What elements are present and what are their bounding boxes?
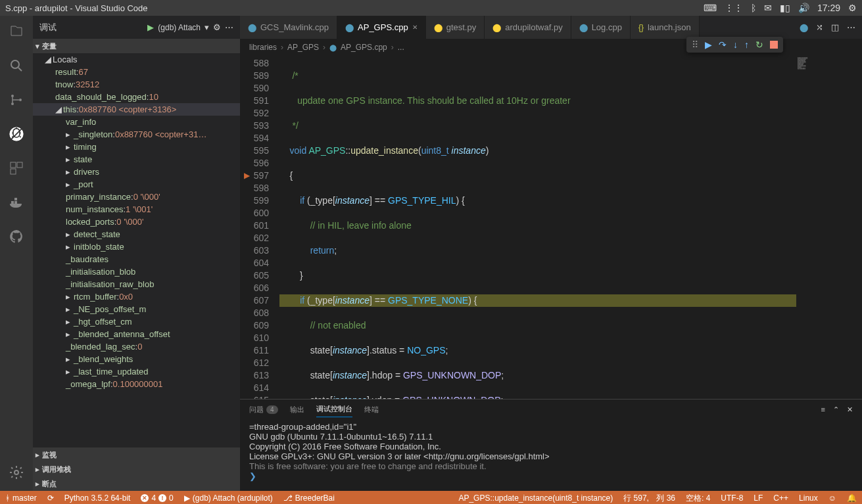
clock[interactable]: 17:29 xyxy=(817,3,840,13)
more-icon[interactable]: ⋯ xyxy=(847,22,855,32)
tab-waf[interactable]: ⬤ardupilotwaf.py xyxy=(485,16,571,39)
settings-gear-icon[interactable] xyxy=(6,462,27,483)
var-last-time[interactable]: ▸_last_time_updated xyxy=(33,365,240,378)
var-port[interactable]: ▸_port xyxy=(33,178,240,191)
callstack-section[interactable]: ▸调用堆栈 xyxy=(33,462,240,476)
restart-button[interactable]: ↻ xyxy=(755,39,763,50)
sb-os[interactable]: Linux xyxy=(794,493,823,504)
sb-github[interactable]: ⎇ BreederBai xyxy=(278,493,340,503)
var-this[interactable]: ◢this: 0x887760 <copter+3136> xyxy=(33,103,240,116)
breakpoint-icon[interactable]: ▶ xyxy=(244,170,250,182)
panel-tabs: 问题4 输出 调试控制台 终端 ≡ ⌃ ✕ xyxy=(240,400,862,419)
variables-section[interactable]: ▾变量 xyxy=(33,39,240,53)
tab-ap-gps[interactable]: ⬤AP_GPS.cpp✕ xyxy=(337,16,426,39)
debug-icon[interactable] xyxy=(6,124,27,145)
var-drivers[interactable]: ▸drivers xyxy=(33,166,240,178)
sb-line-col[interactable]: 行 597, 列 36 xyxy=(618,493,681,504)
var-primary[interactable]: primary_instance: 0 '\000' xyxy=(33,191,240,203)
step-into-button[interactable]: ↓ xyxy=(733,39,738,50)
start-debug-button[interactable]: ▶ xyxy=(147,22,154,32)
sb-feedback[interactable]: ☺ xyxy=(823,493,842,504)
var-timing[interactable]: ▸timing xyxy=(33,141,240,153)
var-rtcm[interactable]: ▸rtcm_buffer: 0x0 xyxy=(33,290,240,303)
line-gutter[interactable]: 588589590591592593594595596 ▶597 5985996… xyxy=(240,56,279,399)
sb-branch[interactable]: ᚼ master xyxy=(0,493,42,503)
cpp-icon[interactable]: ⬤ xyxy=(800,23,808,32)
var-lag-sec[interactable]: _blended_lag_sec: 0 xyxy=(33,340,240,353)
debug-settings-icon[interactable]: ⚙ xyxy=(213,22,221,32)
github-icon[interactable] xyxy=(6,226,27,247)
var-locked[interactable]: locked_ports: 0 '\000' xyxy=(33,216,240,228)
var-detect[interactable]: ▸detect_state xyxy=(33,228,240,241)
source-control-icon[interactable] xyxy=(6,89,27,110)
sb-lang[interactable]: C++ xyxy=(768,493,794,504)
explorer-icon[interactable] xyxy=(6,21,27,42)
var-state[interactable]: ▸state xyxy=(33,153,240,166)
volume-icon[interactable]: 🔊 xyxy=(798,3,809,13)
step-out-button[interactable]: ↑ xyxy=(744,39,749,50)
var-var-info[interactable]: var_info xyxy=(33,116,240,128)
breakpoints-section[interactable]: ▸断点 xyxy=(33,476,240,491)
terminal-tab[interactable]: 终端 xyxy=(364,402,379,417)
sb-context[interactable]: AP_GPS::update_instance(uint8_t instance… xyxy=(453,493,618,504)
settings-icon[interactable]: ⚙ xyxy=(848,3,857,13)
panel-collapse-icon[interactable]: ⌃ xyxy=(833,405,839,414)
tab-gcs-mavlink[interactable]: ⬤GCS_Mavlink.cpp xyxy=(240,16,337,39)
bluetooth-icon[interactable]: ᛒ xyxy=(751,3,756,13)
sb-spaces[interactable]: 空格: 4 xyxy=(681,493,715,504)
var-initblob[interactable]: ▸initblob_state xyxy=(33,241,240,253)
output-tab[interactable]: 输出 xyxy=(290,402,304,417)
mail-icon[interactable]: ✉ xyxy=(764,3,772,13)
stop-button[interactable] xyxy=(770,41,778,49)
wifi-icon[interactable]: ⋮⋮ xyxy=(725,3,743,13)
docker-icon[interactable] xyxy=(6,192,27,213)
sb-errors[interactable]: ✕4 !0 xyxy=(135,493,178,503)
sb-eol[interactable]: LF xyxy=(748,493,768,504)
sb-encoding[interactable]: UTF-8 xyxy=(715,493,748,504)
var-ne-pos[interactable]: ▸_NE_pos_offset_m xyxy=(33,303,240,315)
var-data-should[interactable]: data_should_be_logged: 10 xyxy=(33,91,240,103)
debug-console-body[interactable]: =thread-group-added,id="i1" GNU gdb (Ubu… xyxy=(240,419,862,491)
watch-section[interactable]: ▸监视 xyxy=(33,447,240,462)
chevron-down-icon[interactable]: ▾ xyxy=(204,22,209,32)
var-init-raw[interactable]: _initialisation_raw_blob xyxy=(33,278,240,290)
var-tnow[interactable]: tnow: 32512 xyxy=(33,78,240,91)
compare-icon[interactable]: ⤭ xyxy=(816,22,823,32)
continue-button[interactable]: ▶ xyxy=(705,39,712,50)
problems-tab[interactable]: 问题4 xyxy=(249,402,278,417)
var-result[interactable]: result: 67 xyxy=(33,66,240,78)
battery-icon[interactable]: ▮▯ xyxy=(780,3,790,13)
close-icon[interactable]: ✕ xyxy=(412,24,418,31)
sb-sync[interactable]: ⟳ xyxy=(42,493,59,503)
sb-debug-status[interactable]: ▶ (gdb) Attach (ardupilot) xyxy=(179,493,278,503)
tab-launch[interactable]: {}launch.json xyxy=(631,16,700,39)
split-icon[interactable]: ◫ xyxy=(831,22,839,32)
var-blend-w[interactable]: ▸_blend_weights xyxy=(33,353,240,365)
keyboard-icon[interactable]: ⌨ xyxy=(704,3,717,13)
step-over-button[interactable]: ↷ xyxy=(719,39,727,50)
var-singleton[interactable]: ▸_singleton: 0x887760 <copter+31… xyxy=(33,128,240,141)
minimap[interactable]: ████ ██ ██████ ████ ████████████ ██ ████… xyxy=(796,56,862,399)
var-antenna[interactable]: ▸_blended_antenna_offset xyxy=(33,328,240,340)
extensions-icon[interactable] xyxy=(6,158,27,179)
svg-point-2 xyxy=(11,95,14,97)
panel-close-icon[interactable]: ✕ xyxy=(847,405,853,414)
search-icon[interactable] xyxy=(6,55,27,76)
panel-clear-icon[interactable]: ≡ xyxy=(821,405,825,414)
code-editor[interactable]: /* update one GPS instance. This should … xyxy=(279,56,796,399)
var-omega[interactable]: _omega_lpf: 0.100000001 xyxy=(33,378,240,390)
debug-config-select[interactable]: (gdb) Attach xyxy=(158,23,201,32)
var-baudrates[interactable]: _baudrates xyxy=(33,253,240,265)
breadcrumbs[interactable]: libraries› AP_GPS› ⬤AP_GPS.cpp› ... ⠿ ▶ … xyxy=(240,39,862,56)
debug-more-icon[interactable]: ⋯ xyxy=(225,22,233,32)
debug-console-tab[interactable]: 调试控制台 xyxy=(316,401,352,417)
tab-gtest[interactable]: ⬤gtest.py xyxy=(426,16,485,39)
tab-log[interactable]: ⬤Log.cpp xyxy=(571,16,631,39)
debug-grip-icon[interactable]: ⠿ xyxy=(692,39,698,50)
var-num-inst[interactable]: num_instances: 1 '\001' xyxy=(33,203,240,216)
var-hgt[interactable]: ▸_hgt_offset_cm xyxy=(33,315,240,328)
var-init-blob[interactable]: _initialisation_blob xyxy=(33,265,240,278)
sb-bell[interactable]: 🔔 xyxy=(842,493,862,504)
sb-python[interactable]: Python 3.5.2 64-bit xyxy=(59,493,136,503)
locals-scope[interactable]: ◢Locals xyxy=(33,53,240,66)
